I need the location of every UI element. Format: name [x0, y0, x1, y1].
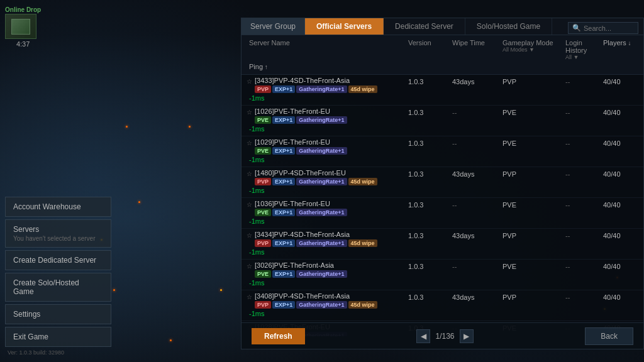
col-login-history: Login HistoryAll ▼: [563, 38, 601, 62]
players-cell: 40/40: [601, 169, 638, 179]
col-players[interactable]: Players: [601, 38, 638, 62]
server-name-info: [1029]PVE-TheFront-EUPVEEXP+1GatheringRa…: [255, 138, 347, 155]
sidebar-item-account-warehouse[interactable]: Account Warehouse: [5, 197, 111, 217]
favorite-icon[interactable]: ☆: [247, 232, 252, 239]
server-tag: GatheringRate+1: [296, 147, 347, 155]
server-row[interactable]: ☆[3433]PVP-4SD-TheFront-AsiaPVPEXP+1Gath…: [242, 75, 643, 106]
server-tag: PVP: [255, 178, 271, 185]
favorite-icon[interactable]: ☆: [247, 263, 252, 270]
server-name-info: [3026]PVE-TheFront-AsiaPVEEXP+1Gathering…: [255, 261, 347, 278]
login-cell: --: [563, 138, 601, 148]
server-tag: EXP+1: [272, 178, 295, 185]
wipe-cell: --: [450, 261, 500, 272]
server-name-cell: ☆[3433]PVP-4SD-TheFront-AsiaPVPEXP+1Gath…: [247, 77, 406, 93]
server-tag: EXP+1: [272, 116, 295, 124]
col-gameplay-mode: Gameplay ModeAll Modes ▼: [500, 38, 563, 62]
server-tag: GatheringRate+1: [296, 85, 347, 93]
col-ping[interactable]: Ping: [247, 62, 406, 72]
tab-official-servers[interactable]: Official Servers: [305, 18, 384, 35]
ping-cell: -1ms: [247, 155, 406, 165]
sidebar-item-create-solo[interactable]: Create Solo/Hosted Game: [5, 273, 111, 302]
favorite-icon[interactable]: ☆: [247, 140, 252, 146]
sidebar-item-exit[interactable]: Exit Game: [5, 327, 111, 347]
server-name-info: [3433]PVP-4SD-TheFront-AsiaPVPEXP+1Gathe…: [255, 77, 377, 93]
footer-bar: Refresh ◀ 1/136 ▶ Back: [242, 322, 643, 349]
server-name-cell: ☆[3408]PVP-4SD-TheFront-AsiaPVPEXP+1Gath…: [247, 292, 406, 309]
pagination: ◀ 1/136 ▶: [416, 329, 473, 343]
tag-row: PVEEXP+1GatheringRate+1: [255, 270, 347, 278]
sidebar-item-label: Settings: [13, 310, 103, 319]
tabs-container: Official Servers Dedicated Server Solo/H…: [305, 18, 552, 35]
ping-cell: -1ms: [247, 124, 406, 134]
server-name-cell: ☆[1480]PVP-4SD-TheFront-EUPVPEXP+1Gather…: [247, 169, 406, 185]
server-title: [1480]PVP-4SD-TheFront-EU: [255, 169, 377, 177]
players-cell: 40/40: [601, 77, 638, 87]
server-row[interactable]: ☆[1480]PVP-4SD-TheFront-EUPVPEXP+1Gather…: [242, 167, 643, 198]
wipe-cell: --: [450, 200, 500, 210]
sidebar-item-create-dedicated[interactable]: Create Dedicated Server: [5, 250, 111, 270]
favorite-icon[interactable]: ☆: [247, 109, 252, 116]
players-cell: 40/40: [601, 292, 638, 302]
spark: [126, 126, 128, 128]
server-tag: 45d wipe: [348, 178, 377, 185]
refresh-button[interactable]: Refresh: [252, 328, 305, 344]
next-page-button[interactable]: ▶: [460, 329, 474, 343]
tag-row: PVPEXP+1GatheringRate+145d wipe: [255, 301, 377, 309]
server-row[interactable]: ☆[3026]PVE-TheFront-AsiaPVEEXP+1Gatherin…: [242, 260, 643, 290]
spark: [170, 339, 172, 341]
wipe-cell: 43days: [450, 77, 500, 87]
mode-cell: PVP: [500, 169, 563, 179]
sidebar-item-servers[interactable]: Servers You haven't selected a server: [5, 219, 111, 248]
server-row[interactable]: ☆[1029]PVE-TheFront-EUPVEEXP+1GatheringR…: [242, 136, 643, 167]
mode-cell: PVP: [500, 292, 563, 302]
tag-row: PVEEXP+1GatheringRate+1: [255, 116, 347, 124]
tag-row: PVPEXP+1GatheringRate+145d wipe: [255, 85, 377, 93]
server-name-info: [1480]PVP-4SD-TheFront-EUPVPEXP+1Gatheri…: [255, 169, 377, 185]
server-row[interactable]: ☆[3434]PVP-4SD-TheFront-AsiaPVPEXP+1Gath…: [242, 229, 643, 260]
version-cell: 1.0.3: [406, 77, 450, 87]
sidebar-item-settings[interactable]: Settings: [5, 304, 111, 324]
players-cell: 40/40: [601, 107, 638, 118]
wipe-cell: --: [450, 107, 500, 118]
server-title: [1026]PVE-TheFront-EU: [255, 107, 347, 115]
server-row[interactable]: ☆[1026]PVE-TheFront-EUPVEEXP+1GatheringR…: [242, 106, 643, 136]
sidebar-item-label: Account Warehouse: [13, 202, 103, 211]
server-name-info: [3408]PVP-4SD-TheFront-AsiaPVPEXP+1Gathe…: [255, 292, 377, 309]
tab-bar: Server Group Official Servers Dedicated …: [242, 18, 643, 35]
server-list: ☆[3433]PVP-4SD-TheFront-AsiaPVPEXP+1Gath…: [242, 75, 643, 336]
tag-row: PVPEXP+1GatheringRate+145d wipe: [255, 239, 377, 247]
server-name-info: [1036]PVE-TheFront-EUPVEEXP+1GatheringRa…: [255, 200, 347, 216]
sidebar-item-label: Servers: [13, 225, 103, 234]
search-input[interactable]: [584, 25, 634, 32]
back-button[interactable]: Back: [585, 327, 633, 345]
server-tag: PVE: [255, 116, 271, 124]
wipe-cell: 43days: [450, 292, 500, 302]
login-cell: --: [563, 292, 601, 302]
server-name-cell: ☆[3434]PVP-4SD-TheFront-AsiaPVPEXP+1Gath…: [247, 231, 406, 247]
spark: [138, 201, 140, 203]
server-tag: EXP+1: [272, 301, 295, 309]
server-name-cell: ☆[1029]PVE-TheFront-EUPVEEXP+1GatheringR…: [247, 138, 406, 155]
favorite-icon[interactable]: ☆: [247, 170, 252, 177]
tag-row: PVEEXP+1GatheringRate+1: [255, 147, 347, 155]
players-cell: 40/40: [601, 138, 638, 148]
tab-dedicated-server[interactable]: Dedicated Server: [384, 18, 465, 35]
server-row[interactable]: ☆[1036]PVE-TheFront-EUPVEEXP+1GatheringR…: [242, 198, 643, 229]
prev-page-button[interactable]: ◀: [416, 329, 430, 343]
server-row[interactable]: ☆[3408]PVP-4SD-TheFront-AsiaPVPEXP+1Gath…: [242, 290, 643, 321]
login-cell: --: [563, 77, 601, 87]
server-name-info: [3434]PVP-4SD-TheFront-AsiaPVPEXP+1Gathe…: [255, 231, 377, 247]
tab-solo-hosted[interactable]: Solo/Hosted Game: [465, 18, 552, 35]
ping-cell: -1ms: [247, 185, 406, 195]
favorite-icon[interactable]: ☆: [247, 201, 252, 208]
server-browser-panel: Server Group Official Servers Dedicated …: [241, 18, 644, 349]
mode-cell: PVE: [500, 261, 563, 272]
server-tag: PVE: [255, 147, 271, 155]
server-name-info: [1026]PVE-TheFront-EUPVEEXP+1GatheringRa…: [255, 107, 347, 124]
server-tag: EXP+1: [272, 85, 295, 93]
version-cell: 1.0.3: [406, 292, 450, 302]
version-cell: 1.0.3: [406, 231, 450, 241]
favorite-icon[interactable]: ☆: [247, 293, 252, 300]
favorite-icon[interactable]: ☆: [247, 78, 252, 85]
server-title: [3434]PVP-4SD-TheFront-Asia: [255, 231, 377, 238]
